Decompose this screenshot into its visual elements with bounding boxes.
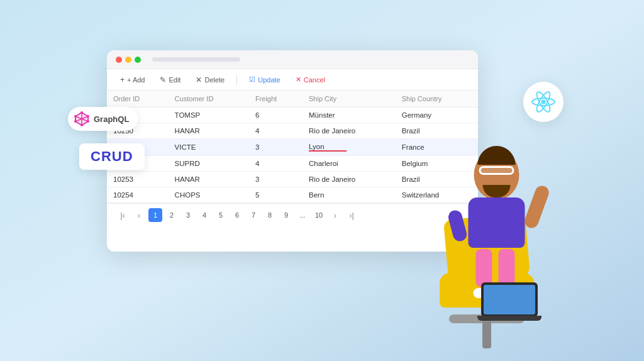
update-button[interactable]: ☑ Update (245, 74, 284, 86)
page-3-button[interactable]: 3 (181, 208, 195, 222)
person-hair (478, 146, 516, 165)
ship-city-cell: Charleroi (303, 156, 396, 172)
customer-id-cell: HANAR (169, 123, 249, 139)
delete-button[interactable]: ✕ Delete (191, 74, 229, 86)
ship-city-cell: Bern (303, 187, 396, 203)
person-glasses (479, 166, 514, 175)
page-6-button[interactable]: 6 (230, 208, 244, 222)
freight-cell: 4 (249, 156, 303, 172)
react-badge (523, 82, 564, 122)
graphql-icon (74, 111, 89, 126)
page-4-button[interactable]: 4 (197, 208, 211, 222)
prev-page-button[interactable]: ‹ (132, 208, 146, 222)
ship-city-cell: Münster (303, 108, 396, 123)
page-9-button[interactable]: 9 (279, 208, 293, 222)
add-icon: + (120, 75, 125, 84)
laptop-screen (484, 285, 535, 314)
page-2-button[interactable]: 2 (165, 208, 179, 222)
graphql-badge: GraphQL (68, 107, 138, 131)
order-id-cell: 10254 (107, 187, 169, 203)
page-10-button[interactable]: 10 (312, 208, 326, 222)
update-label: Update (258, 76, 280, 84)
edit-button[interactable]: ✎ Edit (155, 74, 185, 86)
edit-icon: ✎ (160, 75, 166, 84)
person (469, 150, 525, 298)
url-bar (152, 57, 240, 62)
window-controls (116, 57, 141, 63)
edit-label: Edit (169, 76, 180, 84)
page-1-button[interactable]: 1 (148, 208, 162, 222)
customer-id-cell: SUPRD (169, 156, 249, 172)
card-topbar (107, 50, 478, 69)
freight-cell: 6 (249, 108, 303, 123)
first-page-button[interactable]: |‹ (116, 208, 130, 222)
freight-cell: 5 (249, 187, 303, 203)
cancel-button[interactable]: ✕ Cancel (291, 74, 330, 86)
freight-cell: 3 (249, 139, 303, 156)
col-ship-city: Ship City (303, 91, 396, 108)
update-icon: ☑ (249, 75, 255, 84)
freight-cell: 3 (249, 172, 303, 187)
crud-label: CRUD (91, 148, 133, 164)
freight-cell: 4 (249, 123, 303, 139)
next-page-button[interactable]: › (328, 208, 342, 222)
laptop (481, 282, 538, 317)
person-beard (483, 185, 511, 197)
svg-point-11 (541, 100, 546, 104)
page-8-button[interactable]: 8 (263, 208, 277, 222)
crud-badge: CRUD (79, 143, 145, 170)
customer-id-cell: VICTE (169, 139, 249, 156)
page-5-button[interactable]: 5 (214, 208, 228, 222)
ship-city-cell-editing[interactable] (303, 139, 396, 156)
add-button[interactable]: + + Add (116, 74, 149, 86)
cancel-icon: ✕ (296, 75, 301, 84)
separator (236, 75, 237, 85)
last-page-button[interactable]: ›| (345, 208, 358, 222)
ship-city-input[interactable] (309, 143, 347, 152)
customer-id-cell: HANAR (169, 172, 249, 187)
chair-base (482, 317, 491, 348)
customer-id-cell: CHOPS (169, 187, 249, 203)
minimize-dot (125, 57, 131, 63)
person-head (474, 150, 519, 200)
col-customer-id: Customer ID (169, 91, 249, 108)
person-arm-right (523, 184, 551, 230)
react-icon (531, 89, 556, 114)
close-dot (116, 57, 122, 63)
graphql-label: GraphQL (94, 114, 129, 124)
page-ellipsis: ... (296, 208, 309, 222)
delete-label: Delete (204, 76, 225, 84)
person-body (469, 197, 525, 248)
order-id-cell: 10253 (107, 172, 169, 187)
cancel-label: Cancel (304, 76, 325, 84)
character-illustration (392, 84, 606, 361)
delete-icon: ✕ (196, 75, 202, 84)
laptop-base (477, 316, 541, 321)
maximize-dot (135, 57, 141, 63)
page-7-button[interactable]: 7 (247, 208, 260, 222)
customer-id-cell: TOMSP (169, 108, 249, 123)
ship-city-cell: Rio de Janeiro (303, 123, 396, 139)
ship-city-cell: Rio de Janeiro (303, 172, 396, 187)
add-label: + Add (127, 76, 145, 84)
col-freight: Freight (249, 91, 303, 108)
col-order-id: Order ID (107, 91, 169, 108)
